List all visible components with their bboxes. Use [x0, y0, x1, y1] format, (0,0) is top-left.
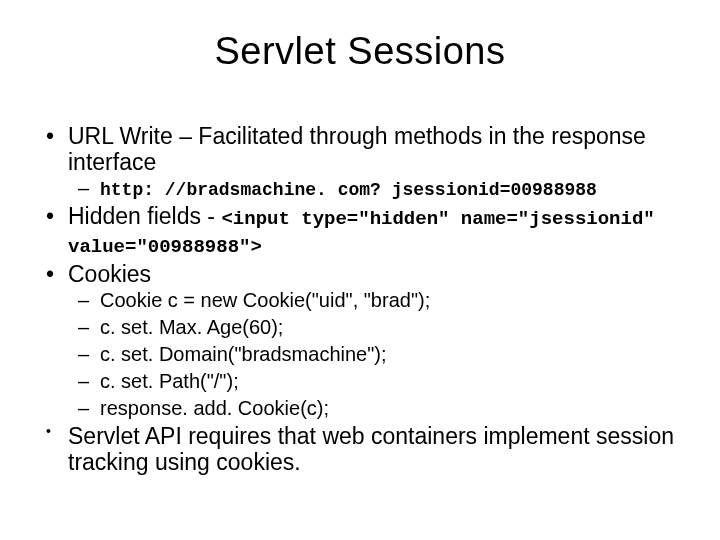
bullet-hidden-fields: Hidden fields - <input type="hidden" nam… [68, 203, 680, 259]
hidden-fields-label: Hidden fields [68, 203, 201, 229]
hidden-fields-sep: - [201, 203, 221, 229]
cookie-line-5: response. add. Cookie(c); [100, 396, 680, 421]
bullet-url-write: URL Write – Facilitated through methods … [68, 123, 680, 201]
bullet-url-write-text: URL Write – Facilitated through methods … [68, 123, 646, 175]
bullet-url-write-example: http: //bradsmachine. com? jsessionid=00… [100, 176, 680, 202]
bullet-cookies: Cookies Cookie c = new Cookie("uid", "br… [68, 261, 680, 420]
cookies-label: Cookies [68, 261, 151, 287]
bullet-note: Servlet API requires that web containers… [68, 423, 680, 476]
slide: Servlet Sessions URL Write – Facilitated… [0, 0, 720, 540]
cookie-line-2: c. set. Max. Age(60); [100, 315, 680, 340]
bullet-list: URL Write – Facilitated through methods … [40, 123, 680, 475]
cookie-line-3: c. set. Domain("bradsmachine"); [100, 342, 680, 367]
note-text: Servlet API requires that web containers… [68, 423, 674, 475]
cookies-sub: Cookie c = new Cookie("uid", "brad"); c.… [68, 288, 680, 421]
slide-title: Servlet Sessions [40, 30, 680, 73]
cookie-line-4: c. set. Path("/"); [100, 369, 680, 394]
bullet-url-write-sub: http: //bradsmachine. com? jsessionid=00… [68, 176, 680, 202]
cookie-line-1: Cookie c = new Cookie("uid", "brad"); [100, 288, 680, 313]
url-write-code: http: //bradsmachine. com? jsessionid=00… [100, 180, 597, 200]
